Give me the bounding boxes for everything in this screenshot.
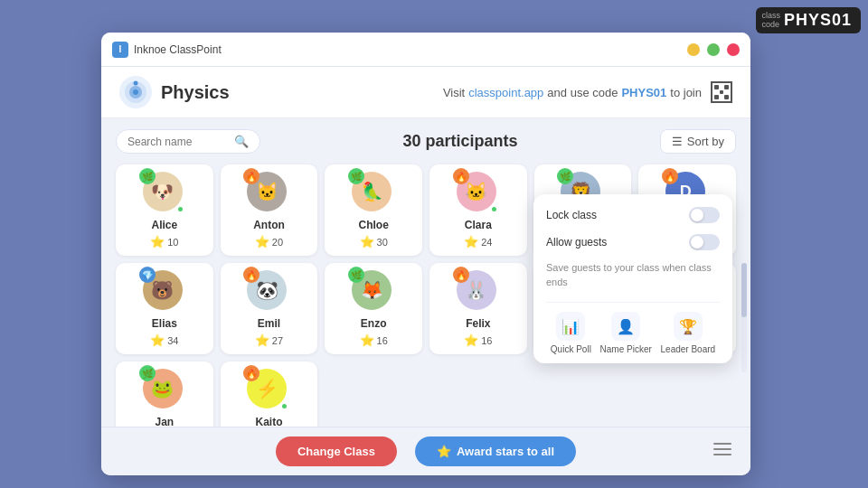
participant-card[interactable]: 🌿🦊Enzo⭐16 <box>325 263 422 354</box>
toolbar: 🔍 30 participants ☰ Sort by <box>101 118 750 161</box>
popup-actions: 📊Quick Poll👤Name Picker🏆Leader Board <box>546 302 720 354</box>
participant-name: Kaito <box>255 416 282 427</box>
participant-name: Jan <box>155 416 174 427</box>
participant-name: Clara <box>465 219 492 231</box>
settings-popup: Lock class Allow guests Save guests to y… <box>533 194 732 363</box>
badge-icon: 🌿 <box>139 365 156 381</box>
sort-button[interactable]: ☰ Sort by <box>660 129 736 154</box>
change-class-button[interactable]: Change Class <box>276 436 397 466</box>
star-icon: ⭐ <box>150 235 165 249</box>
participant-stars: ⭐16 <box>360 333 388 347</box>
header-info: Visit classpoint.app and use code PHYS01… <box>443 81 732 103</box>
star-icon: ⭐ <box>360 235 374 249</box>
star-icon: ⭐ <box>255 333 269 347</box>
award-stars-button[interactable]: ⭐ Award stars to all <box>415 436 576 466</box>
star-icon: ⭐ <box>150 333 165 347</box>
sort-label: Sort by <box>687 135 724 148</box>
star-icon: ⭐ <box>255 235 269 249</box>
star-count: 27 <box>272 335 283 346</box>
svg-point-4 <box>134 81 138 86</box>
participant-name: Enzo <box>361 317 387 330</box>
titlebar-title: Inknoe ClassPoint <box>134 43 687 56</box>
star-count: 34 <box>167 335 178 346</box>
scrollbar-track[interactable] <box>741 263 747 372</box>
participant-card[interactable]: 🔥🐱Clara⭐24 <box>429 164 527 256</box>
star-count: 16 <box>377 335 388 346</box>
main-window: I Inknoe ClassPoint Physics Visit classp… <box>101 33 750 475</box>
search-input[interactable] <box>127 136 234 148</box>
hamburger-line2 <box>713 448 731 450</box>
svg-point-3 <box>133 89 138 95</box>
participant-card[interactable]: 🌿🐶Alice⭐10 <box>116 164 213 256</box>
popup-action-icon: 👤 <box>611 312 640 341</box>
class-code-badge: class code PHYS01 <box>756 7 861 33</box>
award-stars-label: Award stars to all <box>457 445 554 458</box>
class-code-label2: code <box>761 21 780 30</box>
participant-card[interactable]: 🔥🐰Felix⭐16 <box>429 263 527 354</box>
popup-action-icon: 📊 <box>556 312 585 341</box>
bottom-bar: Change Class ⭐ Award stars to all <box>101 427 750 475</box>
popup-action-label: Name Picker <box>600 344 652 354</box>
allow-guests-row: Allow guests <box>546 234 720 250</box>
sort-icon: ☰ <box>672 135 683 148</box>
maximize-button[interactable] <box>707 43 720 56</box>
star-icon: ⭐ <box>437 445 451 458</box>
minimize-button[interactable] <box>687 43 700 56</box>
participant-card[interactable]: 🔥🐼Emil⭐27 <box>221 263 318 354</box>
star-count: 10 <box>167 237 178 248</box>
participant-card[interactable]: 🔥🐱Anton⭐20 <box>221 164 318 256</box>
participant-stars: ⭐16 <box>464 333 492 347</box>
star-count: 24 <box>481 237 492 248</box>
close-button[interactable] <box>727 43 740 56</box>
class-code-value: PHYS01 <box>784 11 852 30</box>
participant-name: Alice <box>151 219 177 231</box>
participant-card[interactable]: 💎🐻Elias⭐34 <box>116 263 213 354</box>
hamburger-line3 <box>713 454 731 455</box>
hamburger-line1 <box>713 443 731 445</box>
hamburger-button[interactable] <box>709 436 736 463</box>
header-join: to join <box>670 86 702 99</box>
popup-quick-poll-button[interactable]: 📊Quick Poll <box>551 312 591 354</box>
header-code: PHYS01 <box>621 86 666 99</box>
participant-stars: ⭐27 <box>255 333 283 347</box>
lock-class-label: Lock class <box>546 209 597 221</box>
star-count: 16 <box>481 335 492 346</box>
titlebar-controls <box>687 43 740 56</box>
badge-icon: 🔥 <box>453 168 469 184</box>
content-area: 🔍 30 participants ☰ Sort by 🌿🐶Alice⭐10🔥🐱… <box>101 118 750 427</box>
participant-stars: ⭐34 <box>150 333 178 347</box>
popup-action-label: Quick Poll <box>551 344 591 354</box>
qr-code-icon <box>711 81 732 103</box>
participant-card[interactable]: 🔥⚡Kaito⭐20 <box>221 361 318 427</box>
badge-icon: 💎 <box>139 267 156 283</box>
participant-name: Elias <box>152 317 177 330</box>
popup-leader-board-button[interactable]: 🏆Leader Board <box>661 312 716 354</box>
lock-class-toggle[interactable] <box>689 207 720 223</box>
online-indicator <box>176 205 184 213</box>
participant-card[interactable]: 🌿🦜Chloe⭐30 <box>325 164 422 256</box>
save-guests-text: Save guests to your class when class end… <box>546 261 720 289</box>
scrollbar-thumb[interactable] <box>741 263 747 317</box>
app-header: Physics Visit classpoint.app and use cod… <box>101 67 750 118</box>
participant-name: Chloe <box>358 219 388 231</box>
participant-name: Emil <box>258 317 280 330</box>
badge-icon: 🌿 <box>139 168 156 184</box>
header-url[interactable]: classpoint.app <box>468 86 543 99</box>
search-box[interactable]: 🔍 <box>116 129 260 154</box>
app-logo <box>119 76 152 108</box>
allow-guests-label: Allow guests <box>546 236 607 249</box>
participants-count-label: 30 participants <box>269 132 651 151</box>
lock-class-row: Lock class <box>546 207 720 223</box>
star-count: 20 <box>272 237 283 248</box>
online-indicator <box>490 205 498 213</box>
participant-stars: ⭐30 <box>360 235 388 249</box>
star-icon: ⭐ <box>464 333 478 347</box>
participant-stars: ⭐10 <box>150 235 178 249</box>
participant-name: Felix <box>466 317 490 330</box>
allow-guests-toggle[interactable] <box>689 234 720 250</box>
titlebar: I Inknoe ClassPoint <box>101 33 750 67</box>
search-icon: 🔍 <box>234 135 249 148</box>
popup-name-picker-button[interactable]: 👤Name Picker <box>600 312 652 354</box>
participant-card[interactable]: 🌿🐸Jan⭐26 <box>116 361 213 427</box>
participant-stars: ⭐24 <box>464 235 492 249</box>
